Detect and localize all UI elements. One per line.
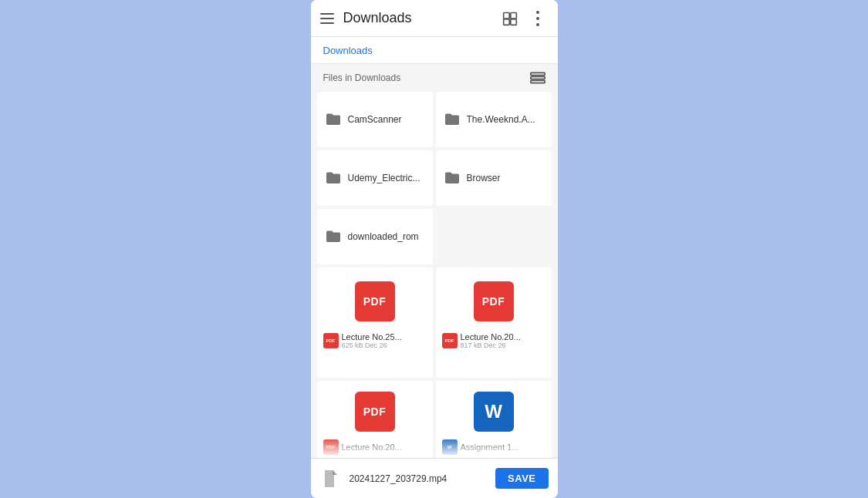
section-header: Files in Downloads	[311, 64, 558, 89]
folder-name: Browser	[467, 173, 544, 183]
view-toggle-button[interactable]	[499, 8, 521, 29]
svg-point-5	[536, 17, 539, 20]
folder-icon	[444, 170, 461, 187]
file-info-row: PDF Lecture No.20... 817 kB Dec 26	[442, 332, 545, 349]
folder-item[interactable]: downloaded_rom	[317, 209, 433, 264]
folder-item[interactable]: Browser	[436, 150, 552, 206]
header-actions	[499, 8, 549, 29]
svg-rect-8	[530, 76, 544, 79]
file-preview: W	[469, 390, 518, 433]
more-options-button[interactable]	[527, 8, 549, 29]
folder-name: downloaded_rom	[348, 231, 425, 242]
pdf-badge: PDF	[323, 333, 339, 348]
file-meta: 817 kB Dec 26	[461, 342, 545, 349]
svg-rect-7	[530, 72, 544, 75]
breadcrumb[interactable]: Downloads	[311, 37, 558, 64]
folder-name: CamScanner	[348, 114, 425, 125]
file-name: Lecture No.25...	[342, 332, 427, 342]
phone-container: Downloads Downloads F	[311, 0, 558, 498]
menu-button[interactable]	[320, 13, 334, 24]
file-card[interactable]: PDF PDF Lecture No.25... 625 kB Dec 26	[317, 268, 433, 378]
file-info-row: PDF Lecture No.25... 625 kB Dec 26	[323, 332, 427, 349]
file-card[interactable]: PDF PDF Lecture No.20... 817 kB Dec 26	[436, 268, 552, 378]
file-meta: 625 kB Dec 26	[342, 342, 427, 349]
folder-icon	[325, 170, 342, 187]
file-details: Lecture No.20... 817 kB Dec 26	[461, 332, 545, 349]
svg-rect-9	[530, 80, 544, 82]
folder-icon	[325, 111, 342, 129]
header: Downloads	[311, 0, 558, 37]
save-button[interactable]: SAVE	[495, 468, 548, 489]
pdf-badge: PDF	[442, 333, 458, 348]
list-view-button[interactable]	[530, 72, 545, 84]
svg-point-4	[536, 11, 539, 14]
svg-rect-1	[510, 12, 516, 19]
svg-rect-2	[503, 19, 509, 25]
partial-file-grid: PDF PDF Lecture No.20... W W Assignment …	[311, 381, 558, 458]
breadcrumb-text: Downloads	[323, 45, 373, 56]
pdf-icon: PDF	[355, 392, 395, 432]
folder-item[interactable]: CamScanner	[317, 92, 433, 147]
section-label: Files in Downloads	[323, 72, 401, 83]
empty-cell	[436, 209, 552, 264]
folder-item[interactable]: The.Weeknd.A...	[436, 92, 552, 147]
svg-point-6	[536, 23, 539, 26]
folder-name: Udemy_Electric...	[348, 173, 425, 183]
file-details: Lecture No.25... 625 kB Dec 26	[342, 332, 427, 349]
folder-icon	[444, 111, 461, 129]
folder-name: The.Weeknd.A...	[467, 114, 544, 125]
svg-rect-3	[510, 19, 516, 25]
file-preview: PDF	[469, 277, 518, 326]
pdf-icon: PDF	[474, 281, 514, 321]
file-icon	[320, 468, 342, 490]
file-preview: PDF	[350, 277, 400, 326]
file-preview: PDF	[350, 390, 400, 433]
svg-rect-0	[503, 12, 509, 19]
pdf-icon: PDF	[355, 281, 395, 321]
word-icon: W	[474, 392, 514, 432]
file-grid: CamScanner The.Weeknd.A... Udemy_Electri…	[311, 89, 558, 381]
selected-file-name: 20241227_203729.mp4	[350, 473, 488, 484]
folder-item[interactable]: Udemy_Electric...	[317, 150, 433, 206]
file-card-partial[interactable]: PDF PDF Lecture No.20...	[317, 381, 433, 458]
page-title: Downloads	[343, 10, 490, 26]
file-card-partial[interactable]: W W Assignment 1...	[436, 381, 552, 458]
bottom-bar: 20241227_203729.mp4 SAVE	[311, 458, 558, 498]
file-name: Lecture No.20...	[461, 332, 545, 342]
folder-icon	[325, 228, 342, 246]
